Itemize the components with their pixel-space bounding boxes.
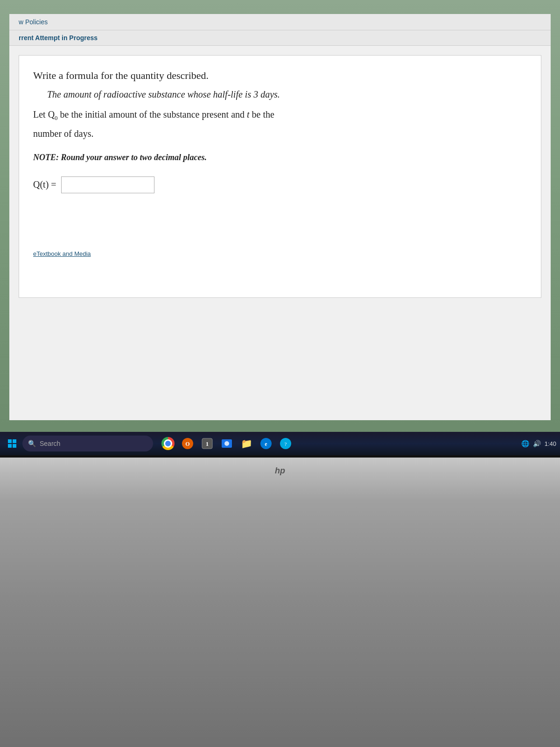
system-tray: 🌐 🔊 1:40 <box>521 440 556 448</box>
app-icon-2[interactable]: 1 <box>199 435 216 452</box>
search-label: Search <box>40 440 60 447</box>
svg-text:?: ? <box>285 441 287 447</box>
start-button[interactable] <box>4 435 21 452</box>
taskbar-search[interactable]: 🔍 Search <box>22 436 153 451</box>
question-let-line1: Let Q0 be the initial amount of the subs… <box>33 107 527 123</box>
svg-rect-3 <box>13 444 16 448</box>
answer-row: Q(t) = <box>33 176 527 193</box>
etextbook-link[interactable]: eTextbook and Media <box>33 250 91 257</box>
svg-text:1: 1 <box>206 440 209 447</box>
laptop-body: hp ✱ f4 ⬜ f5 f6 🔇 <box>0 458 560 747</box>
svg-text:e: e <box>265 441 267 447</box>
time-display: 1:40 <box>545 440 556 447</box>
chrome-circle <box>161 437 175 450</box>
browser-window: w Policies rrent Attempt in Progress Wri… <box>9 14 551 420</box>
question-card: Write a formula for the quantity describ… <box>19 55 541 298</box>
folder-icon[interactable]: 📁 <box>238 435 255 452</box>
nav-bar: w Policies <box>9 14 551 30</box>
taskbar-icons: O 1 📁 e <box>160 435 294 452</box>
svg-text:O: O <box>185 441 189 447</box>
answer-input[interactable] <box>61 176 154 193</box>
question-let-line2: number of days. <box>33 127 527 141</box>
page-subtitle: rrent Attempt in Progress <box>9 30 551 46</box>
app-icon-3[interactable] <box>218 435 235 452</box>
question-title: Write a formula for the quantity describ… <box>33 70 527 82</box>
app-icon-5[interactable]: ? <box>277 435 294 452</box>
svg-rect-2 <box>8 444 12 448</box>
volume-icon[interactable]: 🔊 <box>533 440 541 448</box>
question-note: NOTE: Round your answer to two decimal p… <box>33 153 527 162</box>
hp-body-logo: hp <box>275 466 285 476</box>
svg-point-9 <box>224 441 229 446</box>
browser-taskbar-icon[interactable] <box>160 435 176 452</box>
network-icon[interactable]: 🌐 <box>521 440 529 448</box>
edge-icon[interactable]: e <box>258 435 274 452</box>
taskbar: 🔍 Search O 1 <box>0 432 560 455</box>
answer-label: Q(t) = <box>33 179 56 190</box>
svg-rect-1 <box>13 439 16 443</box>
nav-policies-link[interactable]: w Policies <box>19 18 48 26</box>
search-icon: 🔍 <box>28 440 36 447</box>
folder-glyph: 📁 <box>241 438 252 449</box>
question-body-text: The amount of radioactive substance whos… <box>47 89 527 100</box>
svg-rect-0 <box>8 439 12 443</box>
app-icon-1[interactable]: O <box>179 435 196 452</box>
